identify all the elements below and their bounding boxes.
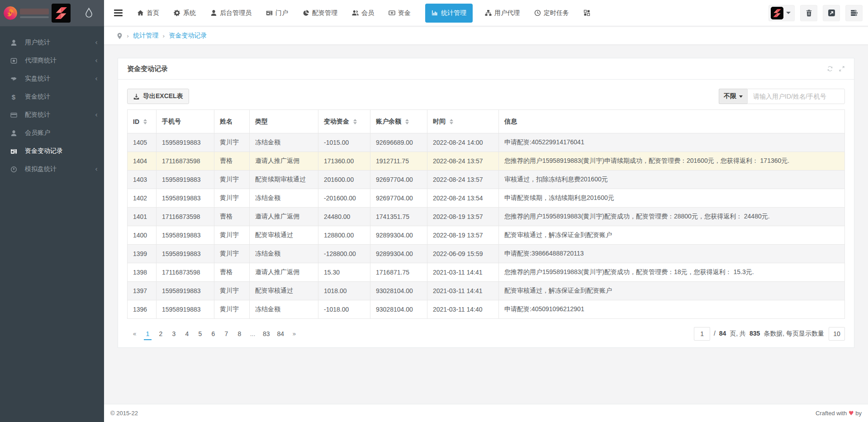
external-link-button[interactable] [823,5,840,21]
sort-icon[interactable] [450,119,453,124]
nav-item-9[interactable]: 用户代理 [485,9,520,17]
user-icon [10,39,17,46]
table-header-row: ID手机号姓名类型变动资金账户余额时间信息 [128,110,845,133]
column-header-7[interactable]: 时间 [427,110,499,133]
trash-button[interactable] [800,5,817,21]
sidebar-item-1[interactable]: 用户统计‹ [0,33,104,52]
pager-page-6[interactable]: 6 [209,327,217,340]
expand-icon[interactable] [839,66,845,72]
nav-item-2[interactable]: 系统 [174,9,196,17]
credit-suffix: by [855,410,862,417]
sort-icon[interactable] [405,119,409,124]
nav-item-10[interactable]: 定时任务 [534,9,569,17]
sidebar-item-5[interactable]: 配资统计‹ [0,106,104,124]
cell: 15958919883 [157,300,214,319]
hamburger-menu-icon[interactable] [114,8,123,18]
cell: 92899304.00 [370,226,427,245]
cell: 92696689.00 [370,133,427,152]
pager-info-text: / 84 页, 共 835 条数据, 每页显示数量 [714,330,824,338]
nav-item-3[interactable]: 后台管理员 [210,9,251,17]
cell: 申请配资:398664888720113 [499,245,845,263]
sidebar-item-6[interactable]: 会员账户 [0,124,104,142]
top-navbar: 首页系统后台管理员门户配资管理会员资金统计管理用户代理定时任务 [104,0,868,26]
pager-page-84[interactable]: 84 [276,327,285,340]
page-number-input[interactable] [694,327,710,341]
column-header-3: 姓名 [214,110,250,133]
export-excel-button[interactable]: 导出EXCEL表 [127,89,189,104]
credit-card-icon [10,111,17,119]
main-area: 首页系统后台管理员门户配资管理会员资金统计管理用户代理定时任务 [104,0,868,422]
search-input[interactable] [747,89,845,104]
user-icon [210,9,217,16]
chevron-left-icon: ‹ [95,39,98,46]
pager-page-2[interactable]: 2 [157,327,165,340]
cell: 15.30 [318,263,370,282]
sidebar-item-2[interactable]: 代理商统计‹ [0,52,104,70]
gauge-circle-icon [10,166,17,173]
pager-page-5[interactable]: 5 [196,327,204,340]
column-header-8: 信息 [499,110,845,133]
breadcrumb-link-parent[interactable]: 统计管理 [133,32,158,40]
sidebar-item-label: 实盘统计 [25,75,50,83]
newspaper-icon [10,147,17,155]
avatar-dropdown-button[interactable] [768,5,795,21]
dollar-icon: $ [10,93,17,100]
column-header-5[interactable]: 变动资金 [318,110,370,133]
sort-icon[interactable] [143,119,147,124]
chevron-down-icon [739,95,743,98]
breadcrumb: › 统计管理 › 资金变动记录 [104,27,868,44]
chevron-left-icon: ‹ [95,57,98,64]
column-header-6[interactable]: 账户余额 [370,110,427,133]
sort-icon[interactable] [353,119,357,124]
panel-title: 资金变动记录 [127,65,168,73]
table-row-1404: 140417116873598曹格邀请人推广返佣171360.001912711… [128,152,845,171]
cell: 1400 [128,226,157,245]
sidebar-item-8[interactable]: 模拟盘统计‹ [0,160,104,178]
nav-item-8[interactable]: 统计管理 [425,4,473,23]
cell: 冻结金额 [250,300,318,319]
pager-page-4[interactable]: 4 [183,327,191,340]
cell: 15958919883 [157,245,214,263]
user-icon [10,129,17,137]
footer: © 2015-22 Crafted with ♥ by [104,404,868,422]
per-page-input[interactable] [829,327,845,341]
nav-item-1[interactable]: 首页 [137,9,159,17]
cell: 申请配资续期，冻结续期利息201600元 [499,189,845,208]
breadcrumb-link-current[interactable]: 资金变动记录 [169,32,207,40]
chevron-left-icon: ‹ [95,112,98,119]
theme-list-button[interactable] [845,5,863,21]
sidebar-item-7[interactable]: 资金变动记录 [0,142,104,160]
pager-page-83[interactable]: 83 [262,327,271,340]
nav-item-label: 首页 [147,9,159,17]
droplet-icon[interactable] [85,7,93,19]
cell: 15958919883 [157,189,214,208]
pager-page-1[interactable]: 1 [144,327,152,340]
pager-page-7[interactable]: 7 [223,327,230,340]
pager-next[interactable]: » [290,327,298,340]
pager-page-3[interactable]: 3 [170,327,178,340]
nav-grid-button[interactable] [583,9,593,16]
column-header-2: 手机号 [157,110,214,133]
pager-page-8[interactable]: 8 [236,327,243,340]
bar-chart-icon [432,9,438,16]
sidebar-item-3[interactable]: 实盘统计‹ [0,70,104,88]
cell: 1399 [128,245,157,263]
filter-dropdown-label: 不限 [724,92,736,100]
pager-prev[interactable]: « [131,327,138,340]
table-row-1397: 139715958919883黄川宇配资审核通过1018.0093028104.… [128,282,845,300]
nav-item-6[interactable]: 会员 [352,9,374,17]
cell: 2022-08-24 13:57 [427,171,499,189]
cell: 17116873598 [157,208,214,226]
clock-icon [534,9,541,16]
filter-dropdown-button[interactable]: 不限 [719,89,747,104]
nav-item-7[interactable]: 资金 [389,9,411,17]
cell: 128800.00 [318,226,370,245]
nav-item-5[interactable]: 配资管理 [303,9,337,17]
table-row-1396: 139615958919883黄川宇冻结金额-1018.0093028104.0… [128,300,845,319]
download-icon [133,93,140,100]
nav-item-4[interactable]: 门户 [266,9,288,17]
sidebar-item-4[interactable]: $资金统计 [0,88,104,106]
column-header-1[interactable]: ID [128,110,157,133]
refresh-icon[interactable] [827,66,833,72]
pie-chart-icon [303,9,309,16]
